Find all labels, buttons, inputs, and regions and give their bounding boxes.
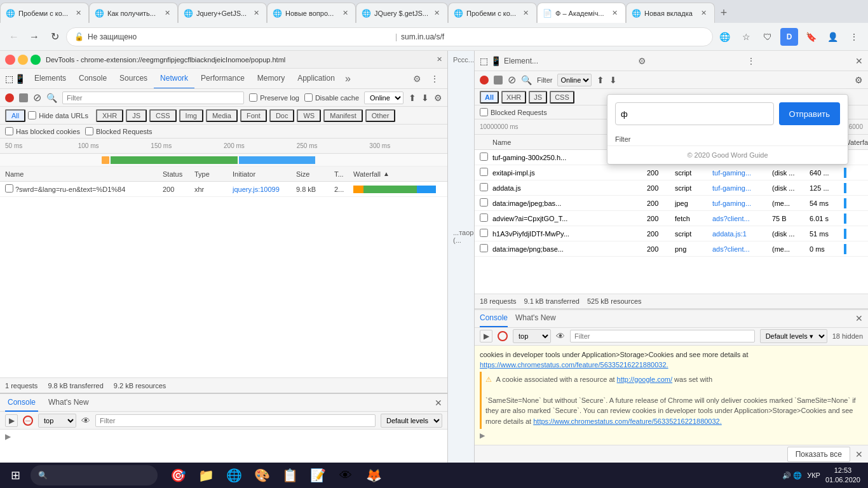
right-table-row[interactable]: data:image/jpeg;bas... 200 jpeg tuf-gami… bbox=[475, 196, 868, 211]
start-button[interactable]: ⊞ bbox=[3, 463, 28, 488]
col-header-time[interactable]: T... bbox=[334, 170, 353, 178]
new-tab-button[interactable]: + bbox=[715, 4, 733, 22]
network-settings-icon[interactable]: ⚙ bbox=[434, 93, 442, 103]
tab-close-7[interactable]: ✕ bbox=[610, 8, 620, 18]
tab-1[interactable]: 🌐 Пробеми с ко... ✕ bbox=[0, 3, 89, 23]
console-link-1[interactable]: https://www.chromestatus.com/feature/563… bbox=[480, 361, 668, 369]
taskbar-clipboard-icon[interactable]: 📋 bbox=[277, 463, 302, 488]
tab-close-3[interactable]: ✕ bbox=[251, 8, 261, 18]
tab-close-2[interactable]: ✕ bbox=[162, 8, 172, 18]
right-row-check-input[interactable] bbox=[480, 168, 488, 176]
row-checkbox[interactable] bbox=[5, 184, 15, 194]
filter-img[interactable]: Img bbox=[179, 109, 203, 122]
shield-button[interactable]: 🛡 bbox=[759, 28, 776, 46]
filter-all[interactable]: All bbox=[5, 109, 25, 122]
taskbar-photoshop-icon[interactable]: 🎨 bbox=[249, 463, 275, 488]
filter-xhr[interactable]: XHR bbox=[96, 109, 123, 122]
dt-right-inspect-icon[interactable]: ⬚ bbox=[480, 56, 488, 66]
console-link-3[interactable]: https://www.chromestatus.com/feature/563… bbox=[533, 417, 722, 425]
devtools-close-icon[interactable]: ✕ bbox=[437, 55, 442, 64]
taskbar-chrome-icon[interactable]: 🌐 bbox=[221, 463, 247, 488]
translate-button[interactable]: 🌐 bbox=[715, 28, 733, 46]
filter-font[interactable]: Font bbox=[240, 109, 267, 122]
back-button[interactable]: ← bbox=[5, 28, 23, 46]
hide-data-urls-checkbox[interactable]: Hide data URLs bbox=[28, 111, 88, 119]
tab-5[interactable]: 🌐 JQuery $.getJS... ✕ bbox=[356, 3, 448, 23]
right-console-tab[interactable]: Console bbox=[480, 309, 508, 327]
tab-network[interactable]: Network bbox=[154, 69, 194, 89]
table-row[interactable]: ?swrd=&lang=ru-en&text=%D1%84 200 xhr jq… bbox=[0, 182, 447, 197]
levels-select[interactable]: Default levels bbox=[381, 414, 442, 428]
right-filter-all[interactable]: All bbox=[480, 91, 499, 104]
devtools-close-button[interactable] bbox=[5, 55, 15, 65]
console-filter-input[interactable] bbox=[95, 414, 376, 427]
right-row-check-input[interactable] bbox=[480, 214, 488, 222]
tab-close-8[interactable]: ✕ bbox=[699, 8, 709, 18]
right-row-check-input[interactable] bbox=[480, 183, 488, 191]
console-tab[interactable]: Console bbox=[5, 394, 38, 412]
right-row-checkbox[interactable] bbox=[480, 244, 490, 254]
right-blocked-requests-checkbox[interactable] bbox=[480, 108, 488, 116]
popup-send-button[interactable]: Отправить bbox=[779, 102, 840, 125]
right-download-icon[interactable]: ⬇ bbox=[609, 75, 617, 85]
right-row-checkbox[interactable] bbox=[480, 214, 490, 223]
right-execute-icon[interactable]: ▶ bbox=[480, 330, 492, 342]
right-filter-css[interactable]: CSS bbox=[550, 91, 574, 104]
right-row-check-input[interactable] bbox=[480, 229, 488, 237]
right-table-row[interactable]: data:image/png;base... 200 png ads?clien… bbox=[475, 241, 868, 257]
tab-elements[interactable]: Elements bbox=[28, 69, 72, 89]
has-blocked-cookies-checkbox[interactable]: Has blocked cookies bbox=[5, 127, 80, 135]
right-filter-icon[interactable]: ⊘ bbox=[508, 74, 516, 86]
right-console-close-x[interactable]: ✕ bbox=[855, 449, 863, 459]
devtools-gear-icon[interactable]: ⚙ bbox=[409, 71, 424, 86]
profile-button[interactable]: 👤 bbox=[824, 28, 841, 46]
tab-performance[interactable]: Performance bbox=[194, 69, 251, 89]
clear-console-icon[interactable] bbox=[23, 416, 33, 426]
col-header-status[interactable]: Status bbox=[163, 170, 194, 178]
devtools-minimize-button[interactable] bbox=[18, 55, 28, 65]
filter-js[interactable]: JS bbox=[126, 109, 147, 122]
right-console-close-icon[interactable]: ✕ bbox=[855, 313, 863, 323]
inspect-element-icon[interactable]: ⬚ bbox=[5, 74, 13, 84]
taskbar-search[interactable]: 🔍 bbox=[31, 465, 158, 485]
execute-context-icon[interactable]: ▶ bbox=[5, 414, 18, 427]
disable-cache-checkbox-input[interactable] bbox=[304, 93, 313, 102]
filter-doc[interactable]: Doc bbox=[269, 109, 295, 122]
dt-right-menu-icon[interactable]: ⋮ bbox=[747, 56, 756, 66]
blocked-requests-input[interactable] bbox=[85, 127, 93, 135]
right-filter-js[interactable]: JS bbox=[529, 91, 547, 104]
search-icon[interactable]: 🔍 bbox=[46, 93, 57, 103]
extensions-button[interactable]: D bbox=[780, 28, 798, 46]
right-record-button[interactable] bbox=[480, 76, 489, 85]
filter-manifest[interactable]: Manifest bbox=[323, 109, 363, 122]
devtools-more-button[interactable]: » bbox=[341, 73, 355, 85]
right-filter-xhr[interactable]: XHR bbox=[501, 91, 526, 104]
right-upload-icon[interactable]: ⬆ bbox=[597, 75, 604, 85]
settings-button[interactable]: ⋮ bbox=[845, 28, 863, 46]
console-close-icon[interactable]: ✕ bbox=[435, 398, 442, 408]
filter-ws[interactable]: WS bbox=[297, 109, 321, 122]
tab-3[interactable]: 🌐 Jquery+GetJS... ✕ bbox=[178, 3, 267, 23]
taskbar-firefox-icon[interactable]: 🦊 bbox=[361, 463, 386, 488]
tab-close-5[interactable]: ✕ bbox=[432, 8, 442, 18]
dt-right-device-icon[interactable]: 📱 bbox=[491, 56, 501, 66]
right-table-row[interactable]: exitapi-impl.js 200 script tuf-gaming...… bbox=[475, 165, 868, 180]
eye-icon[interactable]: 👁 bbox=[81, 416, 90, 426]
dt-right-close-icon[interactable]: ✕ bbox=[855, 56, 863, 66]
right-row-check-input[interactable] bbox=[480, 198, 488, 207]
right-row-checkbox[interactable] bbox=[480, 168, 490, 177]
hide-data-urls-input[interactable] bbox=[28, 111, 36, 119]
col-header-initiator[interactable]: Initiator bbox=[233, 170, 296, 178]
right-row-checkbox[interactable] bbox=[480, 152, 490, 162]
col-header-waterfall[interactable]: Waterfall ▲ bbox=[353, 170, 442, 178]
tab-4[interactable]: 🌐 Новые вопро... ✕ bbox=[267, 3, 356, 23]
devtools-menu-icon[interactable]: ⋮ bbox=[427, 71, 442, 86]
right-row-checkbox[interactable] bbox=[480, 198, 490, 208]
network-filter-input[interactable] bbox=[62, 92, 244, 104]
tab-close-1[interactable]: ✕ bbox=[73, 8, 83, 18]
taskbar-clock[interactable]: 12:53 01.06.2020 bbox=[825, 466, 860, 485]
tab-close-4[interactable]: ✕ bbox=[340, 8, 350, 18]
console-expand-arrow[interactable]: ▶ bbox=[480, 429, 863, 442]
reload-button[interactable]: ↻ bbox=[46, 28, 64, 46]
filter-other[interactable]: Other bbox=[365, 109, 396, 122]
